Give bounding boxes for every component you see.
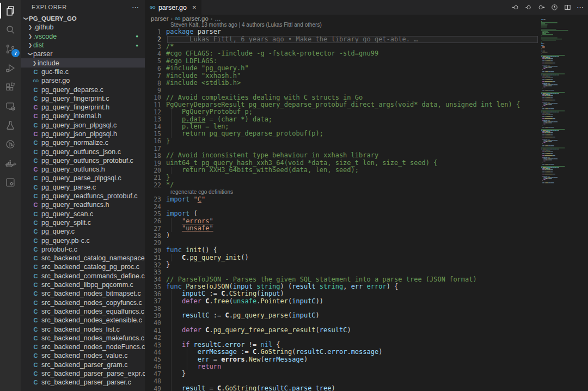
source-control-icon[interactable]: 7 bbox=[0, 39, 21, 58]
file-item[interactable]: GOparser.go bbox=[21, 76, 145, 85]
folder-item[interactable]: ❯PG_QUERY_GO bbox=[21, 14, 145, 23]
code-line[interactable]: 30func init() { bbox=[145, 247, 539, 254]
file-item[interactable]: Csrc_backend_nodes_extensible.c bbox=[21, 316, 145, 325]
timeline-icon[interactable] bbox=[549, 2, 560, 13]
more-actions-icon[interactable]: ⋯ bbox=[575, 2, 586, 13]
code-line[interactable]: 39 resultC := C.pg_query_parse(inputC) bbox=[145, 312, 539, 319]
file-item[interactable]: Csrc_backend_nodes_copyfuncs.c bbox=[21, 298, 145, 307]
code-line[interactable]: 8#include <stdlib.h> bbox=[145, 80, 539, 87]
code-line[interactable]: 4#cgo CFLAGS: -Iinclude -g -fstack-prote… bbox=[145, 50, 539, 57]
file-item[interactable]: Csrc_backend_nodes_value.c bbox=[21, 351, 145, 360]
code-line[interactable]: 36 inputC := C.CString(input) bbox=[145, 290, 539, 297]
code-line[interactable]: 23import "C" bbox=[145, 196, 539, 203]
remote-explorer-icon[interactable] bbox=[0, 96, 21, 115]
change-icon[interactable] bbox=[523, 2, 534, 13]
code-line[interactable]: 31 C.pg_query_init() bbox=[145, 254, 539, 261]
code-line[interactable]: 5#cgo LDFLAGS: bbox=[145, 58, 539, 65]
code-line[interactable]: 12 PgQueryProtobuf p; bbox=[145, 108, 539, 115]
code-line[interactable]: 40 bbox=[145, 320, 539, 327]
file-item[interactable]: Csrc_backend_parser_parser.c bbox=[21, 378, 145, 387]
file-item[interactable]: Cpg_query_internal.h bbox=[21, 112, 145, 120]
codelens[interactable]: Steven Kalt, 13 months ago | 4 authors (… bbox=[145, 21, 539, 28]
settings-window-icon[interactable] bbox=[0, 173, 21, 192]
code-line[interactable]: 9 bbox=[145, 87, 539, 94]
file-item[interactable]: Cpg_query_fingerprint.c bbox=[21, 94, 145, 103]
code-line[interactable]: 15 return pg_query_deparse_protobuf(p); bbox=[145, 130, 539, 137]
file-item[interactable]: Cguc-file.c bbox=[21, 68, 145, 76]
code-line[interactable]: 10// Avoid complexities dealing with C s… bbox=[145, 94, 539, 101]
file-item[interactable]: Csrc_backend_nodes_equalfuncs.c bbox=[21, 307, 145, 316]
next-change-icon[interactable] bbox=[536, 2, 547, 13]
file-item[interactable]: Cpg_query.c bbox=[21, 227, 145, 236]
file-item[interactable]: Cpg_query_parse_plpgsql.c bbox=[21, 174, 145, 182]
code-line[interactable]: 45 err = errors.New(errMessage) bbox=[145, 356, 539, 363]
folder-item[interactable]: ❯parser bbox=[21, 50, 145, 58]
file-item[interactable]: Cpg_query_deparse.c bbox=[21, 85, 145, 94]
code-line[interactable]: 49 result = C.GoString(resultC.parse_tre… bbox=[145, 385, 539, 391]
file-item[interactable]: Csrc_backend_commands_define.c bbox=[21, 272, 145, 280]
code-line[interactable]: 42 bbox=[145, 334, 539, 341]
code-line[interactable]: 20 return XXH3_64bits_withSeed(data, len… bbox=[145, 167, 539, 174]
code-line[interactable]: 44 errMessage := C.GoString(resultC.erro… bbox=[145, 349, 539, 356]
code-line[interactable]: 2 Lukas Fittl, 6 years ago • Make the li… bbox=[145, 36, 539, 43]
code-line[interactable]: 48 bbox=[145, 378, 539, 385]
tab-parser-go[interactable]: GO parser.go × bbox=[145, 0, 201, 15]
file-item[interactable]: Csrc_backend_parser_gram.c bbox=[21, 361, 145, 369]
code-area[interactable]: Steven Kalt, 13 months ago | 4 authors (… bbox=[145, 21, 539, 391]
search-icon[interactable] bbox=[0, 20, 21, 39]
code-line[interactable]: 16} bbox=[145, 138, 539, 145]
code-line[interactable]: 24 bbox=[145, 203, 539, 210]
testing-icon[interactable] bbox=[0, 115, 21, 135]
code-line[interactable]: 33 bbox=[145, 268, 539, 276]
file-item[interactable]: Csrc_backend_nodes_nodeFuncs.c bbox=[21, 343, 145, 351]
explorer-icon[interactable] bbox=[0, 1, 21, 20]
file-item[interactable]: Cpg_query_outfuncs_json.c bbox=[21, 147, 145, 156]
file-item[interactable]: Cpg_query_scan.c bbox=[21, 210, 145, 218]
file-item[interactable]: Cpg_query_json_plpgsql.h bbox=[21, 130, 145, 138]
code-line[interactable]: 37 defer C.free(unsafe.Pointer(inputC)) bbox=[145, 298, 539, 305]
code-line[interactable]: 7#include "xxhash.h" bbox=[145, 72, 539, 80]
code-line[interactable]: 11PgQueryDeparseResult pg_query_deparse_… bbox=[145, 101, 539, 108]
extensions-icon[interactable] bbox=[0, 77, 21, 96]
file-item[interactable]: Cprotobuf-c.c bbox=[21, 245, 145, 254]
code-line[interactable]: 29 bbox=[145, 240, 539, 247]
explorer-more-icon[interactable]: ⋯ bbox=[132, 3, 139, 11]
code-line[interactable]: 47 } bbox=[145, 370, 539, 377]
code-line[interactable]: 43 if resultC.error != nil { bbox=[145, 341, 539, 349]
code-line[interactable]: 6#include "pg_query.h" bbox=[145, 65, 539, 72]
file-item[interactable]: Cpg_query_json_plpgsql.c bbox=[21, 121, 145, 130]
code-line[interactable]: 34// ParseToJSON - Parses the given SQL … bbox=[145, 276, 539, 283]
code-line[interactable]: 38 bbox=[145, 305, 539, 312]
gitlens-icon[interactable] bbox=[0, 135, 21, 154]
code-line[interactable]: 27 "unsafe" bbox=[145, 225, 539, 232]
file-item[interactable]: Cpg_query_parse.c bbox=[21, 183, 145, 192]
code-line[interactable]: 19uint64_t pg_query_hash_xxh3_64(void *d… bbox=[145, 160, 539, 167]
code-line[interactable]: 1package parser bbox=[145, 28, 539, 35]
file-item[interactable]: Cpg_query_split.c bbox=[21, 218, 145, 227]
folder-item[interactable]: ❯dist● bbox=[21, 41, 145, 50]
code-line[interactable]: 26 "errors" bbox=[145, 218, 539, 225]
codelens[interactable]: regenerate cgo definitions bbox=[145, 188, 539, 196]
code-line[interactable]: 3/* bbox=[145, 43, 539, 50]
code-line[interactable]: 32} bbox=[145, 261, 539, 268]
code-line[interactable]: 35func ParseToJSON(input string) (result… bbox=[145, 283, 539, 290]
docker-icon[interactable] bbox=[0, 154, 21, 173]
code-line[interactable]: 46 return bbox=[145, 363, 539, 370]
file-item[interactable]: Csrc_backend_parser_parse_expr.c bbox=[21, 369, 145, 378]
file-item[interactable]: Csrc_backend_libpq_pqcomm.c bbox=[21, 280, 145, 289]
file-item[interactable]: Cpg_query_normalize.c bbox=[21, 138, 145, 147]
code-line[interactable]: 13 p.data = (char *) data; bbox=[145, 116, 539, 123]
code-line[interactable]: 14 p.len = len; bbox=[145, 123, 539, 130]
code-line[interactable]: 18// Avoid inconsistent type behaviour i… bbox=[145, 152, 539, 159]
file-item[interactable]: Cpg_query_readfuncs.h bbox=[21, 200, 145, 209]
file-item[interactable]: Cpg_query_fingerprint.h bbox=[21, 103, 145, 112]
code-line[interactable]: 21} bbox=[145, 174, 539, 181]
file-item[interactable]: Cpg_query.pb-c.c bbox=[21, 236, 145, 245]
split-editor-icon[interactable] bbox=[562, 2, 573, 13]
file-item[interactable]: Csrc_backend_nodes_bitmapset.c bbox=[21, 289, 145, 298]
file-item[interactable]: Cpg_query_outfuncs_protobuf.c bbox=[21, 156, 145, 165]
code-line[interactable]: 41 defer C.pg_query_free_parse_result(re… bbox=[145, 327, 539, 334]
code-line[interactable]: 25import ( bbox=[145, 210, 539, 217]
file-item[interactable]: Csrc_backend_nodes_list.c bbox=[21, 325, 145, 333]
run-debug-icon[interactable] bbox=[0, 58, 21, 77]
